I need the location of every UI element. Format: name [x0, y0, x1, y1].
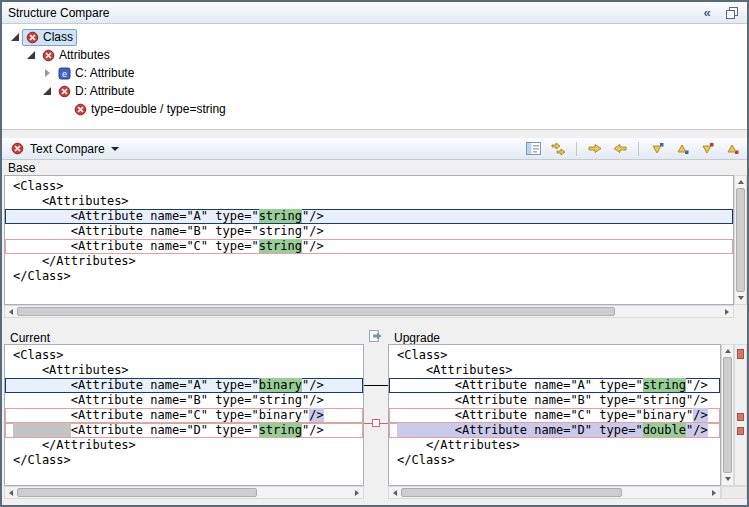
scroll-thumb[interactable]	[17, 307, 615, 316]
structure-compare-tree: ClassAttributeseC: AttributeD: Attribute…	[2, 24, 747, 130]
current-editor[interactable]: <Class> <Attributes> <Attribute name="A"…	[4, 344, 364, 486]
tree-item[interactable]: Class	[2, 28, 747, 46]
code-line[interactable]: <Attribute name="B" type="string"/>	[5, 224, 733, 239]
copy-current-change-right-icon[interactable]	[586, 140, 604, 158]
code-text: </Attributes>	[397, 438, 520, 452]
code-line[interactable]: <Class>	[5, 348, 363, 363]
copy-all-left-to-right-icon[interactable]	[549, 140, 567, 158]
diff-connector-handle[interactable]	[372, 419, 380, 427]
diff-icon	[42, 49, 55, 62]
code-text: <Attribute name="B" type="string"/>	[13, 224, 324, 238]
code-text: <Attribute name="A" type="	[13, 209, 259, 223]
diff-overview-mark[interactable]	[737, 427, 744, 435]
code-line[interactable]: <Attributes>	[5, 194, 733, 209]
scroll-left-icon[interactable]	[5, 306, 17, 317]
code-line[interactable]: <Attribute name="A" type="string"/>	[5, 209, 733, 224]
scroll-track[interactable]	[17, 306, 721, 317]
tree-item-content[interactable]: eC: Attribute	[54, 65, 138, 82]
tree-item[interactable]: eC: Attribute	[2, 64, 747, 82]
scroll-left-icon[interactable]	[389, 487, 401, 498]
tree-item-label: D: Attribute	[75, 84, 134, 98]
code-line[interactable]: <Attribute name="C" type="string"/>	[5, 239, 733, 254]
next-change-icon[interactable]	[698, 140, 716, 158]
diff-overview-mark[interactable]	[737, 413, 744, 421]
code-line[interactable]: <Attributes>	[389, 363, 720, 378]
scroll-track[interactable]	[735, 188, 746, 292]
code-text: double	[643, 423, 686, 437]
scroll-thumb[interactable]	[17, 488, 257, 497]
maximize-pane-icon[interactable]	[723, 4, 741, 22]
next-difference-icon[interactable]	[648, 140, 666, 158]
scroll-right-icon[interactable]	[351, 487, 363, 498]
horizontal-sash[interactable]	[2, 130, 747, 138]
copy-current-change-left-icon[interactable]	[611, 140, 629, 158]
code-text	[13, 423, 71, 437]
scroll-right-icon[interactable]	[708, 487, 720, 498]
scroll-track[interactable]	[722, 357, 733, 473]
tree-item-content[interactable]: D: Attribute	[54, 83, 138, 100]
upgrade-horizontal-scrollbar[interactable]	[388, 486, 721, 499]
code-line[interactable]: </Class>	[5, 453, 363, 468]
diff-overview-mark[interactable]	[737, 349, 744, 359]
toggle-ancestor-pane-icon[interactable]	[524, 140, 542, 158]
merge-direction-icon[interactable]	[364, 328, 388, 344]
base-horizontal-scrollbar[interactable]	[4, 305, 734, 318]
diff-icon	[26, 31, 39, 44]
code-line[interactable]: <Attribute name="D" type="string"/>	[5, 423, 363, 438]
scroll-down-icon[interactable]	[722, 473, 733, 485]
code-line[interactable]: <Attribute name="A" type="string"/>	[389, 378, 720, 393]
scroll-thumb[interactable]	[736, 188, 745, 292]
code-line[interactable]: <Class>	[389, 348, 720, 363]
code-line[interactable]: <Attribute name="B" type="string"/>	[389, 393, 720, 408]
tree-item[interactable]: type=double / type=string	[2, 100, 747, 118]
code-line[interactable]: <Attribute name="A" type="binary"/>	[5, 378, 363, 393]
horizontal-sash[interactable]	[2, 318, 747, 328]
scroll-thumb[interactable]	[401, 488, 622, 497]
scroll-track[interactable]	[401, 487, 708, 498]
scroll-down-icon[interactable]	[735, 292, 746, 304]
code-line[interactable]: </Attributes>	[389, 438, 720, 453]
previous-change-icon[interactable]	[723, 140, 741, 158]
text-compare-header: Text Compare	[2, 138, 747, 160]
upgrade-editor[interactable]: <Class> <Attributes> <Attribute name="A"…	[388, 344, 721, 486]
code-line[interactable]: <Attribute name="B" type="string"/>	[5, 393, 363, 408]
previous-difference-icon[interactable]	[673, 140, 691, 158]
code-line[interactable]: <Class>	[5, 179, 733, 194]
code-text: string	[259, 423, 302, 437]
code-line[interactable]: </Class>	[389, 453, 720, 468]
current-horizontal-scrollbar[interactable]	[4, 486, 364, 499]
base-vertical-scrollbar[interactable]	[734, 175, 747, 305]
text-compare-menu-icon[interactable]	[111, 147, 119, 151]
diff-overview-ruler[interactable]	[734, 344, 747, 486]
tree-expander-icon[interactable]	[24, 51, 38, 59]
code-text: <Attribute name="A" type="	[13, 378, 259, 392]
tree-item[interactable]: Attributes	[2, 46, 747, 64]
tree-expander-icon[interactable]	[8, 33, 22, 41]
diff-icon	[58, 85, 71, 98]
code-line[interactable]: </Class>	[5, 269, 733, 284]
scroll-up-icon[interactable]	[735, 176, 746, 188]
code-line[interactable]: <Attribute name="C" type="binary"/>	[5, 408, 363, 423]
scroll-up-icon[interactable]	[722, 345, 733, 357]
scroll-track[interactable]	[17, 487, 351, 498]
code-line[interactable]: </Attributes>	[5, 254, 733, 269]
tree-item-content[interactable]: Attributes	[38, 47, 114, 64]
text-compare-icon	[8, 140, 26, 158]
tree-expander-icon[interactable]	[40, 87, 54, 95]
tree-item[interactable]: D: Attribute	[2, 82, 747, 100]
base-editor[interactable]: <Class> <Attributes> <Attribute name="A"…	[4, 175, 734, 305]
scroll-right-icon[interactable]	[721, 306, 733, 317]
code-text: <Attribute name="A" type="	[397, 378, 643, 392]
tree-item-content[interactable]: type=double / type=string	[70, 101, 230, 118]
upgrade-vertical-scrollbar[interactable]	[721, 344, 734, 486]
scroll-left-icon[interactable]	[5, 487, 17, 498]
code-line[interactable]: <Attribute name="D" type="double"/>	[389, 423, 720, 438]
tree-expander-icon[interactable]	[40, 69, 54, 77]
tree-item-selected[interactable]: Class	[22, 29, 77, 46]
scroll-thumb[interactable]	[723, 357, 732, 473]
code-line[interactable]: <Attribute name="C" type="binary"/>	[389, 408, 720, 423]
code-line[interactable]: </Attributes>	[5, 438, 363, 453]
code-line[interactable]: <Attributes>	[5, 363, 363, 378]
code-text: "/>	[302, 378, 324, 392]
collapse-all-icon[interactable]: «	[698, 4, 716, 22]
